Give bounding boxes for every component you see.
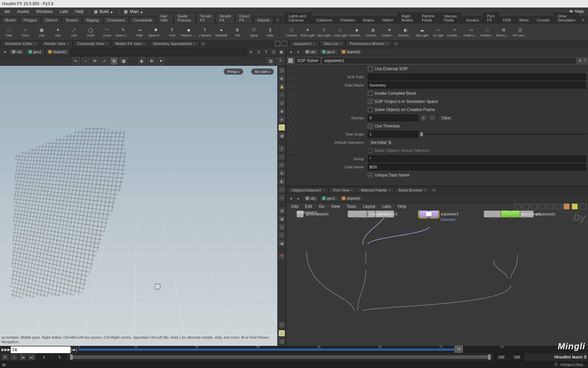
shelf-tool[interactable]: ✧Caustic Light — [447, 24, 462, 39]
range-start2-field[interactable] — [52, 353, 67, 361]
shelf-tab[interactable]: Pyro FX — [483, 13, 499, 23]
display-option-icon[interactable]: ◫ — [279, 338, 285, 344]
menu-item[interactable]: Windows — [33, 8, 56, 15]
display-option-icon[interactable]: ✦ — [279, 124, 285, 131]
net-menu-item[interactable]: Tools — [344, 203, 359, 210]
timeline-handle[interactable]: 74 — [455, 346, 463, 353]
shelf-tab-add[interactable]: + — [580, 17, 587, 23]
path-chip-geo[interactable]: geo1 — [319, 49, 338, 55]
shelf-tool[interactable]: ●Metaball — [214, 24, 229, 39]
pane-tab[interactable]: Take List× — [320, 41, 345, 47]
shelf-tool[interactable]: ◍Volume Light — [365, 24, 380, 39]
checkbox[interactable] — [368, 66, 373, 71]
net-tool-icon[interactable] — [523, 203, 529, 210]
path-field[interactable] — [70, 48, 247, 56]
shelf-tool[interactable]: ✦Point Light — [300, 24, 315, 39]
shelf-tool[interactable]: ☁Sky Light — [414, 24, 429, 39]
node-merge1[interactable] — [347, 210, 367, 218]
display-option-icon[interactable]: ▨ — [279, 208, 285, 214]
shelf-tool[interactable]: ✺Spray Paint — [148, 24, 163, 39]
step-fwd-button[interactable]: ▸| — [74, 347, 77, 352]
default-op-dropdown[interactable]: Set Initial⇅ — [368, 139, 394, 146]
shelf-tab[interactable]: Particle Fluids — [418, 13, 439, 23]
shelf-tool[interactable]: ⬚Tube — [1, 24, 16, 39]
path-chip-dop[interactable]: dopnet1 — [45, 49, 70, 55]
net-menu-item[interactable]: Labs — [379, 203, 394, 210]
path-chip-dop[interactable]: dopnet1 — [339, 195, 363, 201]
anim-knob[interactable] — [288, 66, 294, 72]
time-scale-field[interactable] — [368, 131, 418, 138]
pane-tab[interactable]: Render View× — [40, 41, 73, 47]
menu-item[interactable]: Labs — [56, 8, 71, 15]
display-option-icon[interactable]: • — [279, 154, 285, 160]
shelf-tool[interactable]: ➰Spiral — [246, 24, 261, 39]
pane-max-icon[interactable] — [275, 41, 280, 46]
display-option-icon[interactable]: ┃ — [279, 145, 285, 152]
shelf-tab[interactable]: Model — [1, 17, 19, 23]
display-tool-icon[interactable]: ◐ — [138, 57, 146, 65]
shelf-tool[interactable]: ◈Geometry Light — [349, 24, 364, 39]
data-name2-field[interactable] — [368, 164, 586, 170]
node-popsolver1[interactable] — [501, 210, 520, 218]
shelf-tool[interactable]: □Area Light — [333, 24, 348, 39]
pane-tab[interactable]: Geometry Spreadsheet× — [149, 41, 199, 47]
shelf-tool[interactable]: ↝Path — [132, 24, 147, 39]
display-option-icon[interactable]: ◧ — [279, 178, 285, 184]
shelf-tool[interactable]: YL-System — [197, 24, 212, 39]
spin-down-icon[interactable]: − — [429, 114, 436, 121]
net-tool-icon[interactable] — [531, 203, 537, 210]
menu-item[interactable]: Help — [72, 8, 87, 15]
shelf-tool[interactable]: ✎Draw Curve — [116, 24, 131, 39]
net-menu-item[interactable]: Add — [288, 203, 301, 210]
pane-split-icon[interactable] — [282, 41, 287, 46]
shelf-tab[interactable]: Hair Utils — [157, 13, 173, 23]
back-icon[interactable]: ◂ — [288, 48, 294, 55]
net-tool-icon[interactable] — [580, 203, 586, 210]
net-menu-item[interactable]: Layout — [360, 203, 378, 210]
checkbox[interactable] — [368, 91, 373, 96]
close-icon[interactable]: × — [34, 42, 36, 46]
range-end-field[interactable] — [494, 353, 508, 361]
network-view[interactable]: Dy sopsolver1 Geometry — [286, 210, 588, 346]
shelf-tool[interactable]: ▭Portal Light — [463, 24, 478, 39]
shelf-tool[interactable]: ◐Environment Light — [398, 24, 413, 39]
checkbox[interactable] — [368, 99, 373, 104]
shelf-tab[interactable]: Rigid Bodies — [398, 13, 418, 23]
group-field[interactable] — [368, 155, 586, 162]
shelf-tab[interactable]: Terrain FX — [196, 13, 215, 23]
play-button[interactable]: ▶ — [1, 347, 4, 352]
pin-icon[interactable]: ⭘ — [248, 48, 255, 55]
shelf-tab[interactable]: Oceans — [462, 17, 483, 23]
net-menu-item[interactable]: Help — [395, 203, 409, 210]
pane-tab[interactable]: Animation Editor× — [1, 41, 40, 47]
node-sopsolver1[interactable] — [419, 210, 439, 218]
shelf-tab[interactable]: Polygon — [20, 17, 41, 23]
sop-path-field[interactable] — [368, 74, 586, 80]
close-icon[interactable]: × — [388, 188, 390, 192]
render-icon[interactable]: ▤ — [267, 57, 274, 65]
close-icon[interactable]: × — [143, 42, 145, 46]
anim-knob[interactable] — [288, 74, 294, 80]
net-tool-icon[interactable] — [539, 203, 545, 210]
pane-tab[interactable]: Motion FX View× — [112, 41, 149, 47]
net-tool-icon[interactable] — [547, 203, 553, 210]
display-option-icon[interactable]: ✎ — [279, 162, 285, 168]
anim-knob[interactable] — [288, 99, 294, 104]
menu-item[interactable]: der — [1, 8, 13, 15]
net-tool-icon[interactable] — [514, 203, 521, 210]
rotate-tool-icon[interactable]: ⟳ — [91, 57, 99, 65]
checkbox[interactable] — [368, 124, 373, 128]
persp-camera-menu[interactable]: Persp▾ — [224, 68, 243, 75]
range-slider[interactable] — [70, 355, 491, 359]
shelf-tab[interactable]: Collisions — [312, 17, 336, 23]
display-option-icon[interactable]: 📍 — [279, 253, 285, 259]
shelf-tab[interactable]: Wires — [516, 17, 533, 23]
pane-tab[interactable]: /obj/geo1/dopnet1× — [288, 187, 328, 193]
scene-viewport[interactable]: Persp▾ No cam▾ se tumbles. Middle pans. … — [0, 66, 277, 346]
display-option-icon[interactable]: ▦ — [279, 330, 285, 336]
anim-knob[interactable] — [288, 132, 294, 137]
shelf-tab[interactable]: Vellum — [378, 17, 397, 23]
shelf-tool[interactable]: ✶Null — [50, 24, 65, 39]
display-tool-icon[interactable]: ✦ — [157, 57, 165, 65]
time-scale-slider[interactable] — [420, 134, 586, 135]
